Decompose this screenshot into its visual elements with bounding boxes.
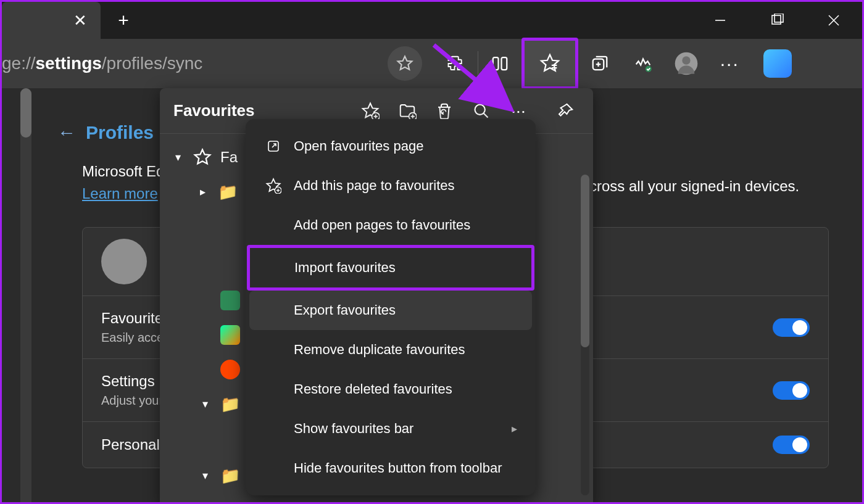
folder-icon: 📁 xyxy=(220,466,240,485)
chevron-right-icon: ▸ xyxy=(196,185,209,199)
star-outline-icon xyxy=(193,148,212,167)
panel-scrollbar-thumb[interactable] xyxy=(581,175,589,347)
folder-icon: 📁 xyxy=(220,395,240,414)
ctx-export-favourites[interactable]: Export favourites xyxy=(249,291,532,330)
ctx-label: Add this page to favourites xyxy=(294,178,455,194)
titlebar: ✕ + xyxy=(2,2,862,39)
favourites-title: Favourites xyxy=(173,101,255,120)
window-minimize-icon[interactable] xyxy=(692,2,749,39)
performance-icon[interactable] xyxy=(621,45,665,82)
ctx-open-favourites-page[interactable]: Open favourites page xyxy=(249,126,532,166)
pin-icon[interactable] xyxy=(551,97,579,125)
ctx-label: Remove duplicate favourites xyxy=(294,342,465,358)
svg-rect-6 xyxy=(502,57,507,70)
breadcrumb-profiles[interactable]: Profiles xyxy=(86,122,154,143)
ctx-label: Hide favourites button from toolbar xyxy=(294,460,502,476)
svg-rect-5 xyxy=(493,57,499,70)
copilot-icon[interactable] xyxy=(763,49,792,78)
favourites-hub-button[interactable] xyxy=(521,38,578,89)
ctx-remove-duplicates[interactable]: Remove duplicate favourites xyxy=(249,330,532,370)
highlight-import: Import favourites xyxy=(247,245,534,291)
url-scheme: ge:// xyxy=(2,54,35,73)
ctx-add-this-page[interactable]: Add this page to favourites xyxy=(249,166,532,205)
ctx-label: Restore deleted favourites xyxy=(294,381,452,397)
toolbar-right: ··· xyxy=(434,38,797,89)
avatar xyxy=(101,239,147,284)
svg-line-22 xyxy=(484,113,488,117)
ctx-restore-deleted[interactable]: Restore deleted favourites xyxy=(249,370,532,409)
settings-description-right: cross all your signed-in devices. xyxy=(589,178,799,195)
split-screen-icon[interactable] xyxy=(478,45,521,82)
address-bar[interactable]: ge:// settings /profiles/sync xyxy=(2,39,202,88)
scrollbar-track xyxy=(20,88,31,502)
extensions-icon[interactable] xyxy=(434,45,478,82)
site-icon xyxy=(220,291,240,310)
toggle-favourites[interactable] xyxy=(773,318,810,337)
ctx-label: Add open pages to favourites xyxy=(294,217,470,233)
site-icon xyxy=(220,325,240,345)
ctx-import-favourites[interactable]: Import favourites xyxy=(250,248,531,287)
site-icon xyxy=(220,360,240,379)
svg-rect-1 xyxy=(772,15,781,24)
ctx-label: Export favourites xyxy=(294,302,396,318)
active-tab[interactable]: ✕ xyxy=(2,2,101,39)
back-arrow-icon[interactable]: ← xyxy=(57,122,76,143)
svg-point-21 xyxy=(475,104,485,114)
folder-icon: 📁 xyxy=(218,183,238,202)
svg-rect-2 xyxy=(775,14,783,22)
svg-point-14 xyxy=(683,56,691,64)
favourite-star-icon[interactable] xyxy=(388,46,422,81)
url-path: /profiles/sync xyxy=(102,54,202,73)
window-controls xyxy=(692,2,862,39)
ctx-label: Import favourites xyxy=(294,260,396,276)
toggle-settings[interactable] xyxy=(773,381,810,400)
tab-close-icon[interactable]: ✕ xyxy=(73,11,87,30)
ctx-show-favourites-bar[interactable]: Show favourites bar ▸ xyxy=(249,409,532,448)
profile-avatar-icon[interactable] xyxy=(665,45,708,82)
toolbar: ge:// settings /profiles/sync ··· xyxy=(2,39,862,88)
ctx-hide-favourites-button[interactable]: Hide favourites button from toolbar xyxy=(249,448,532,488)
url-host: settings xyxy=(35,54,101,73)
external-link-icon xyxy=(264,139,283,154)
ctx-add-open-pages[interactable]: Add open pages to favourites xyxy=(249,205,532,245)
star-add-icon xyxy=(264,178,283,194)
node-label: Fa xyxy=(220,149,238,166)
window-maximize-icon[interactable] xyxy=(749,2,805,39)
ctx-label: Show favourites bar xyxy=(294,421,413,437)
submenu-caret-icon: ▸ xyxy=(512,422,517,436)
chevron-down-icon: ▾ xyxy=(171,151,185,164)
window-close-icon[interactable] xyxy=(805,2,862,39)
favourites-context-menu: Open favourites page Add this page to fa… xyxy=(246,119,536,495)
new-tab-button[interactable]: + xyxy=(108,2,139,39)
more-icon[interactable]: ··· xyxy=(708,45,751,82)
chevron-down-icon: ▾ xyxy=(198,397,212,411)
chevron-down-icon: ▾ xyxy=(198,469,212,482)
scrollbar-thumb[interactable] xyxy=(20,88,31,138)
toggle-personal[interactable] xyxy=(773,436,810,454)
ctx-label: Open favourites page xyxy=(294,138,423,154)
collections-icon[interactable] xyxy=(578,45,621,82)
